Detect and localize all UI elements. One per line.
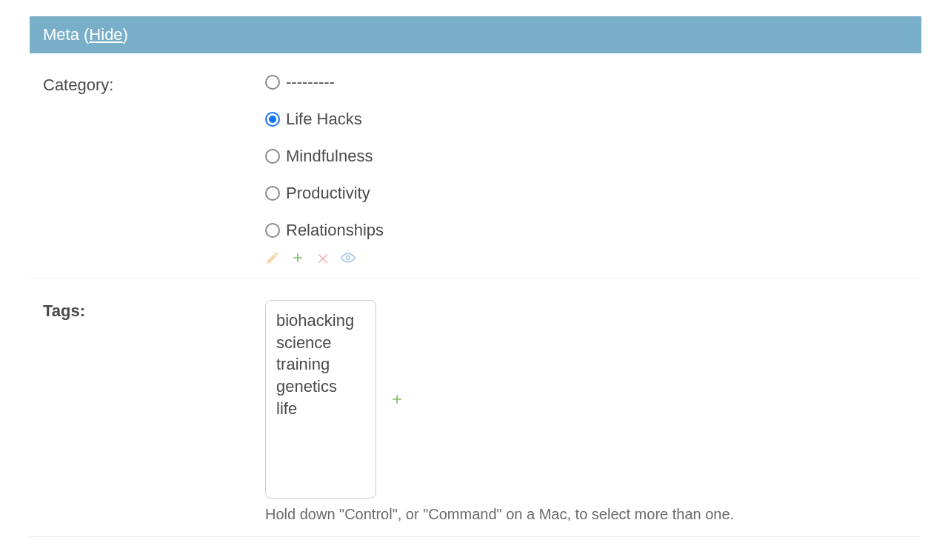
radio-label: Productivity [286,185,370,201]
radio-label: Mindfulness [286,148,373,164]
plus-icon[interactable] [290,250,305,265]
hide-link[interactable]: Hide [89,25,122,44]
tags-label: Tags: [43,300,265,321]
plus-icon[interactable] [390,392,404,407]
tags-select-wrap: biohacking science training genetics lif… [265,300,908,499]
radio-label: Life Hacks [286,111,362,127]
category-radio-list: --------- Life Hacks Mindfulness Product… [265,74,908,239]
tags-select[interactable]: biohacking science training genetics lif… [265,300,376,499]
pencil-icon[interactable] [265,250,280,265]
radio-icon [265,75,280,90]
tags-field: biohacking science training genetics lif… [265,300,908,523]
radio-label: --------- [286,74,335,90]
eye-icon[interactable] [341,250,356,265]
radio-icon [265,112,280,127]
tags-row: Tags: biohacking science training geneti… [30,279,921,537]
meta-panel: Meta (Hide) Category: --------- Life Hac… [30,16,921,537]
tags-help-text: Hold down "Control", or "Command" on a M… [265,506,908,523]
category-radio-none[interactable]: --------- [265,74,908,90]
svg-point-0 [347,256,350,260]
category-radio-relationships[interactable]: Relationships [265,222,908,239]
category-label: Category: [43,74,265,95]
radio-label: Relationships [286,222,384,239]
panel-header: Meta (Hide) [30,16,921,53]
radio-icon [265,186,280,201]
category-radio-life-hacks[interactable]: Life Hacks [265,111,908,127]
panel-title-suffix: ) [123,25,128,44]
radio-icon [265,149,280,164]
category-radio-productivity[interactable]: Productivity [265,185,908,201]
category-field: --------- Life Hacks Mindfulness Product… [265,74,908,265]
category-radio-mindfulness[interactable]: Mindfulness [265,148,908,164]
category-actions [265,250,908,265]
panel-title-prefix: Meta ( [43,25,89,44]
tag-option[interactable]: life [276,398,365,420]
tag-option[interactable]: training [276,353,365,376]
tag-option[interactable]: genetics [276,376,365,398]
radio-icon [265,223,280,238]
x-icon[interactable] [316,250,330,265]
tag-option[interactable]: science [276,332,365,354]
tag-option[interactable]: biohacking [276,310,365,332]
category-row: Category: --------- Life Hacks Mindfulne… [30,53,921,279]
